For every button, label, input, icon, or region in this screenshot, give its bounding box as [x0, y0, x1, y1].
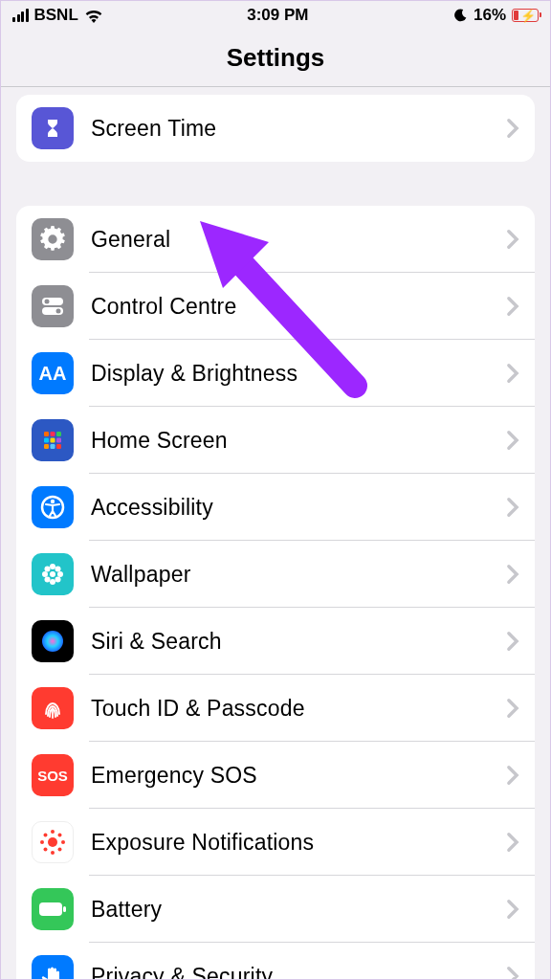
- status-left: BSNL: [12, 6, 103, 25]
- row-label: Wallpaper: [91, 562, 489, 588]
- row-screen-time[interactable]: Screen Time: [16, 95, 535, 162]
- svg-point-24: [42, 631, 63, 652]
- svg-rect-9: [56, 438, 61, 443]
- svg-point-28: [40, 840, 44, 844]
- svg-point-16: [50, 564, 55, 569]
- svg-point-17: [50, 579, 55, 585]
- chevron-right-icon: [506, 832, 519, 853]
- aa-icon: AA: [32, 352, 74, 394]
- svg-point-23: [55, 577, 61, 583]
- row-control-centre[interactable]: Control Centre: [16, 273, 535, 340]
- row-privacy-security[interactable]: Privacy & Security: [16, 943, 535, 980]
- svg-rect-35: [63, 906, 66, 912]
- svg-point-15: [50, 571, 55, 577]
- accessibility-icon: [32, 486, 74, 528]
- siri-icon: [32, 620, 74, 662]
- chevron-right-icon: [506, 698, 519, 719]
- grid-icon: [32, 419, 74, 461]
- chevron-right-icon: [506, 631, 519, 652]
- svg-point-33: [58, 848, 62, 852]
- chevron-right-icon: [506, 430, 519, 451]
- row-label: Touch ID & Passcode: [91, 696, 489, 722]
- chevron-right-icon: [506, 229, 519, 250]
- hand-icon: [32, 955, 74, 980]
- row-label: Privacy & Security: [91, 964, 489, 981]
- svg-point-21: [55, 567, 61, 572]
- row-label: General: [91, 227, 489, 253]
- chevron-right-icon: [506, 765, 519, 786]
- section-screentime: Screen Time: [16, 95, 535, 162]
- status-right: 16% ⚡: [452, 6, 539, 25]
- svg-point-26: [51, 830, 55, 834]
- svg-rect-8: [51, 438, 55, 443]
- row-label: Emergency SOS: [91, 763, 489, 789]
- svg-rect-11: [51, 444, 55, 449]
- row-general[interactable]: General: [16, 206, 535, 273]
- chevron-right-icon: [506, 564, 519, 585]
- wifi-icon: [84, 9, 103, 23]
- exposure-icon: [32, 821, 74, 863]
- svg-point-18: [42, 571, 48, 577]
- gear-icon: [32, 218, 74, 260]
- svg-rect-7: [44, 438, 49, 443]
- svg-rect-12: [56, 444, 61, 449]
- row-label: Display & Brightness: [91, 361, 489, 387]
- settings-list[interactable]: Screen Time General Control Centre AA Di…: [1, 95, 550, 980]
- time-label: 3:09 PM: [247, 6, 308, 25]
- fingerprint-icon: [32, 687, 74, 729]
- svg-point-19: [57, 571, 63, 577]
- svg-point-29: [61, 840, 65, 844]
- svg-rect-10: [44, 444, 49, 449]
- row-battery[interactable]: Battery: [16, 876, 535, 943]
- chevron-right-icon: [506, 363, 519, 384]
- battery-pct: 16%: [474, 6, 506, 25]
- row-emergency-sos[interactable]: SOS Emergency SOS: [16, 742, 535, 809]
- dnd-moon-icon: [452, 8, 468, 23]
- svg-point-31: [58, 834, 62, 837]
- row-siri-search[interactable]: Siri & Search: [16, 608, 535, 675]
- hourglass-icon: [32, 107, 74, 149]
- status-bar: BSNL 3:09 PM 16% ⚡: [1, 1, 550, 30]
- row-home-screen[interactable]: Home Screen: [16, 407, 535, 474]
- chevron-right-icon: [506, 497, 519, 518]
- chevron-right-icon: [506, 118, 519, 139]
- row-label: Screen Time: [91, 116, 489, 142]
- flower-icon: [32, 553, 74, 595]
- svg-rect-4: [44, 432, 49, 436]
- row-accessibility[interactable]: Accessibility: [16, 474, 535, 541]
- row-label: Control Centre: [91, 294, 489, 320]
- svg-point-1: [45, 300, 50, 304]
- svg-point-14: [51, 500, 55, 503]
- section-main: General Control Centre AA Display & Brig…: [16, 206, 535, 980]
- svg-rect-6: [56, 432, 61, 436]
- svg-point-20: [45, 567, 51, 572]
- row-label: Exposure Notifications: [91, 830, 489, 856]
- svg-point-3: [56, 309, 61, 314]
- sos-icon: SOS: [32, 754, 74, 796]
- battery-icon: ⚡: [512, 9, 539, 22]
- svg-point-32: [44, 848, 48, 852]
- svg-rect-5: [51, 432, 55, 436]
- page-title: Settings: [227, 43, 325, 73]
- svg-point-30: [44, 834, 48, 837]
- row-label: Home Screen: [91, 428, 489, 454]
- row-display-brightness[interactable]: AA Display & Brightness: [16, 340, 535, 407]
- signal-icon: [12, 9, 29, 22]
- chevron-right-icon: [506, 966, 519, 980]
- carrier-label: BSNL: [34, 6, 78, 25]
- svg-point-25: [48, 837, 57, 847]
- row-label: Accessibility: [91, 495, 489, 521]
- battery-icon: [32, 888, 74, 930]
- svg-point-27: [51, 851, 55, 855]
- row-touch-id[interactable]: Touch ID & Passcode: [16, 675, 535, 742]
- row-wallpaper[interactable]: Wallpaper: [16, 541, 535, 608]
- chevron-right-icon: [506, 296, 519, 317]
- row-label: Battery: [91, 897, 489, 923]
- nav-header: Settings: [1, 30, 550, 87]
- svg-rect-34: [39, 902, 62, 916]
- row-exposure-notifications[interactable]: Exposure Notifications: [16, 809, 535, 876]
- chevron-right-icon: [506, 899, 519, 920]
- toggle-icon: [32, 285, 74, 327]
- row-label: Siri & Search: [91, 629, 489, 655]
- svg-point-22: [45, 577, 51, 583]
